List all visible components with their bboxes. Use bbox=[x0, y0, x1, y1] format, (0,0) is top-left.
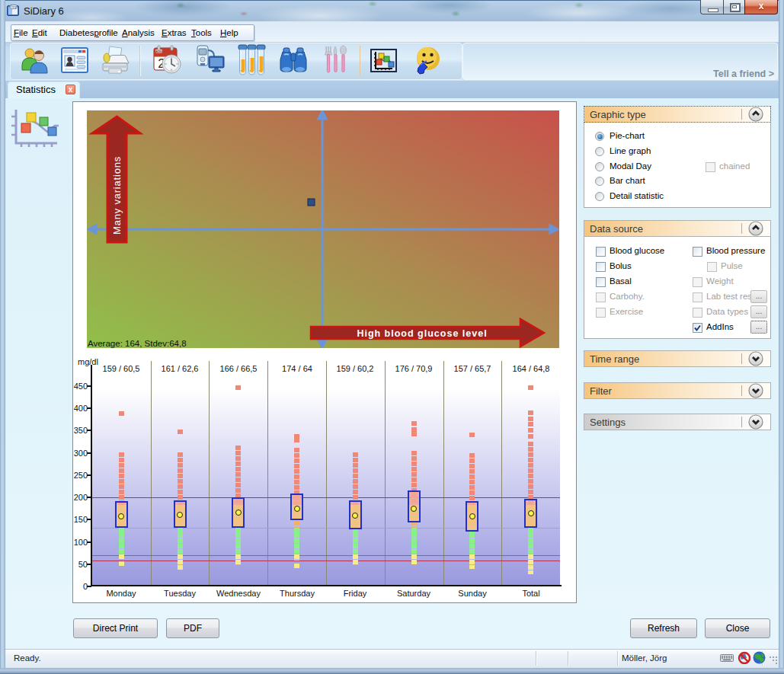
svg-text:High blood glucose level: High blood glucose level bbox=[357, 328, 487, 339]
svg-text:Diary: Diary bbox=[11, 5, 17, 8]
